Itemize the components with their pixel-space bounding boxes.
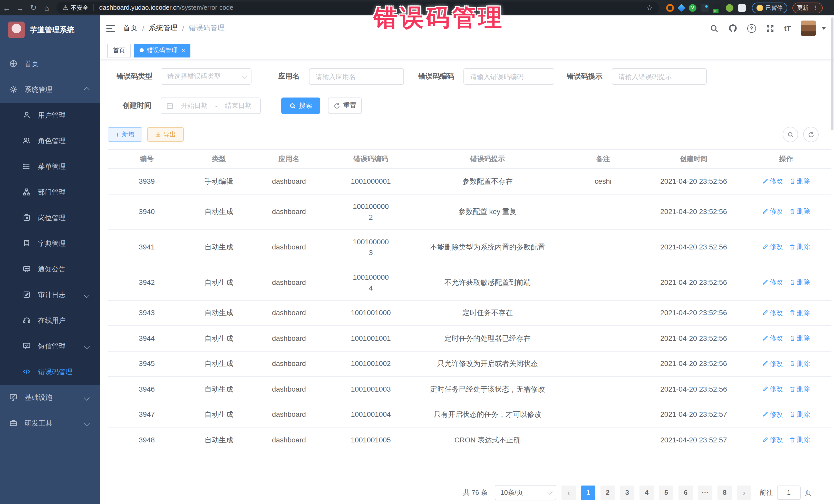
tab-home[interactable]: 首页 bbox=[107, 43, 131, 57]
page-button-4[interactable]: 4 bbox=[639, 485, 654, 500]
add-button[interactable]: + 新增 bbox=[108, 127, 142, 141]
fullscreen-icon[interactable] bbox=[766, 24, 774, 32]
delete-link[interactable]: 删除 bbox=[789, 277, 810, 288]
edit-link[interactable]: 修改 bbox=[762, 206, 783, 217]
url-bar[interactable]: ⚠ 不安全 dashboard.yudao.iocoder.cn/system/… bbox=[57, 2, 659, 14]
scrollbar-thumb[interactable] bbox=[831, 18, 833, 130]
switch-on-icon[interactable] bbox=[714, 4, 721, 12]
reset-button[interactable]: 重置 bbox=[328, 97, 362, 114]
sidebar-item-短信管理[interactable]: 短信管理 bbox=[0, 334, 100, 359]
paused-badge[interactable]: 已暂停 bbox=[752, 2, 787, 13]
date-range-picker[interactable]: 开始日期 - 结束日期 bbox=[161, 97, 261, 114]
msg-label: 错误码提示 bbox=[567, 72, 602, 81]
cell-msg: 不允许获取敏感配置到前端 bbox=[416, 265, 559, 300]
page-button-1[interactable]: 1 bbox=[581, 485, 595, 500]
delete-link[interactable]: 删除 bbox=[789, 434, 810, 445]
sidebar-item-系统管理[interactable]: 系统管理 bbox=[0, 77, 100, 103]
cell-actions: 修改删除 bbox=[741, 265, 831, 300]
chevron-down-icon bbox=[84, 421, 90, 426]
forward-icon[interactable]: → bbox=[13, 3, 27, 12]
green-key-icon[interactable] bbox=[726, 4, 733, 12]
page-button-3[interactable]: 3 bbox=[620, 485, 634, 500]
edit-link[interactable]: 修改 bbox=[762, 409, 783, 420]
font-size-icon[interactable]: tT bbox=[784, 24, 791, 32]
back-icon[interactable]: ← bbox=[0, 3, 13, 12]
edit-link[interactable]: 修改 bbox=[762, 384, 783, 394]
delete-link[interactable]: 删除 bbox=[789, 176, 810, 186]
puzzle-icon[interactable] bbox=[738, 4, 746, 12]
page-size-select[interactable]: 10条/页 bbox=[495, 485, 556, 500]
help-icon[interactable]: ? bbox=[747, 24, 756, 32]
dark-grid-icon[interactable] bbox=[701, 4, 709, 12]
sidebar-item-首页[interactable]: 首页 bbox=[0, 51, 100, 77]
sidebar-item-研发工具[interactable]: 研发工具 bbox=[0, 411, 100, 436]
edit-link[interactable]: 修改 bbox=[762, 434, 783, 445]
sidebar-item-岗位管理[interactable]: 岗位管理 bbox=[0, 205, 100, 231]
breadcrumb-system[interactable]: 系统管理 bbox=[149, 24, 178, 33]
goto-page-input[interactable] bbox=[777, 485, 800, 500]
green-v-icon[interactable]: V bbox=[689, 4, 697, 12]
close-tab-icon[interactable]: × bbox=[182, 47, 185, 53]
tab-error-code[interactable]: 错误码管理 × bbox=[134, 43, 191, 57]
delete-link[interactable]: 删除 bbox=[789, 206, 810, 217]
delete-link[interactable]: 删除 bbox=[789, 358, 810, 369]
edit-link[interactable]: 修改 bbox=[762, 176, 783, 186]
star-icon[interactable]: ☆ bbox=[646, 4, 653, 12]
table-body: 3939手动编辑dashboard1001000001参数配置不存在ceshi2… bbox=[108, 169, 831, 453]
export-button[interactable]: 导出 bbox=[147, 127, 183, 141]
update-button[interactable]: 更新 ⋮ bbox=[792, 2, 823, 13]
security-warning[interactable]: ⚠ 不安全 bbox=[63, 4, 89, 12]
delete-link[interactable]: 删除 bbox=[789, 241, 810, 252]
github-icon[interactable] bbox=[728, 24, 738, 33]
breadcrumb-home[interactable]: 首页 bbox=[123, 24, 137, 33]
refresh-button[interactable] bbox=[803, 127, 819, 142]
sidebar-item-菜单管理[interactable]: 菜单管理 bbox=[0, 154, 100, 180]
type-select[interactable]: 请选择错误码类型 bbox=[161, 68, 251, 85]
caret-down-icon[interactable] bbox=[822, 27, 826, 29]
edit-link[interactable]: 修改 bbox=[762, 358, 783, 369]
edit-link[interactable]: 修改 bbox=[762, 277, 783, 288]
sidebar-item-错误码管理[interactable]: 错误码管理 bbox=[0, 359, 100, 385]
app-input[interactable] bbox=[309, 68, 404, 85]
menu-dots-icon[interactable]: ⋮ bbox=[812, 4, 818, 11]
edit-link[interactable]: 修改 bbox=[762, 241, 783, 252]
sidebar-item-角色管理[interactable]: 角色管理 bbox=[0, 128, 100, 154]
cell-app: dashboard bbox=[252, 229, 326, 265]
delete-link[interactable]: 删除 bbox=[789, 409, 810, 420]
sidebar-item-在线用户[interactable]: 在线用户 bbox=[0, 308, 100, 334]
page-button-5[interactable]: 5 bbox=[659, 485, 673, 500]
cell-type: 自动生成 bbox=[186, 376, 252, 402]
avatar[interactable] bbox=[800, 21, 816, 36]
sidebar-item-部门管理[interactable]: 部门管理 bbox=[0, 180, 100, 205]
edit-link[interactable]: 修改 bbox=[762, 307, 783, 318]
edit-link[interactable]: 修改 bbox=[762, 333, 783, 343]
blue-gem-icon[interactable] bbox=[677, 4, 685, 12]
delete-link[interactable]: 删除 bbox=[789, 384, 810, 394]
sidebar-item-审计日志[interactable]: 审计日志 bbox=[0, 282, 100, 308]
sidebar-item-用户管理[interactable]: 用户管理 bbox=[0, 103, 100, 128]
delete-link[interactable]: 删除 bbox=[789, 333, 810, 343]
sidebar-item-字典管理[interactable]: 字典管理 bbox=[0, 231, 100, 257]
cell-code: 1001000002 bbox=[326, 194, 416, 229]
cell-id: 3939 bbox=[108, 169, 186, 194]
more-pages-button[interactable]: ··· bbox=[698, 485, 712, 500]
page-button-2[interactable]: 2 bbox=[600, 485, 615, 500]
page-button-6[interactable]: 6 bbox=[679, 485, 693, 500]
page-button-8[interactable]: 8 bbox=[718, 485, 732, 500]
msg-input[interactable] bbox=[612, 68, 707, 85]
search-button[interactable]: 搜索 bbox=[281, 97, 320, 114]
search-icon[interactable] bbox=[710, 24, 719, 32]
home-icon[interactable]: ⌂ bbox=[40, 3, 53, 12]
delete-link[interactable]: 删除 bbox=[789, 307, 810, 318]
reload-icon[interactable]: ↻ bbox=[27, 3, 40, 12]
code-input[interactable] bbox=[463, 68, 554, 85]
show-search-button[interactable] bbox=[783, 127, 798, 142]
next-page-button[interactable]: › bbox=[737, 485, 751, 500]
cell-time: 2021-04-20 23:52:56 bbox=[647, 229, 741, 265]
sidebar-item-基础设施[interactable]: 基础设施 bbox=[0, 385, 100, 411]
sidebar-item-通知公告[interactable]: 通知公告 bbox=[0, 257, 100, 282]
hamburger-icon[interactable] bbox=[106, 25, 115, 31]
orange-ring-icon[interactable] bbox=[666, 4, 674, 12]
error-code-table: 编号类型应用名错误码编码错误码提示备注创建时间操作 3939手动编辑dashbo… bbox=[108, 149, 831, 453]
prev-page-button[interactable]: ‹ bbox=[562, 485, 576, 500]
